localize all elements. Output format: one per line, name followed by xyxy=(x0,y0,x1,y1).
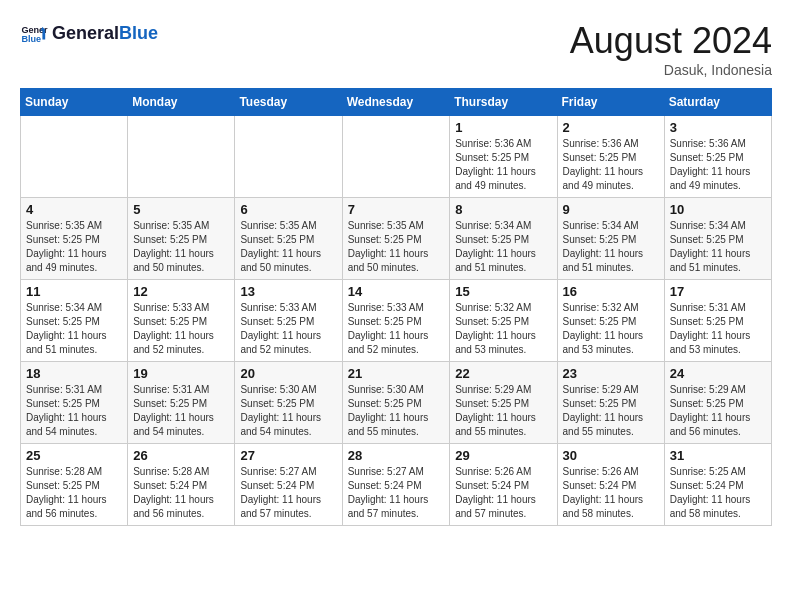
calendar-title: August 2024 xyxy=(570,20,772,62)
day-number: 6 xyxy=(240,202,336,217)
calendar-cell: 10Sunrise: 5:34 AM Sunset: 5:25 PM Dayli… xyxy=(664,198,771,280)
day-info: Sunrise: 5:29 AM Sunset: 5:25 PM Dayligh… xyxy=(455,383,551,439)
header-saturday: Saturday xyxy=(664,89,771,116)
calendar-cell xyxy=(128,116,235,198)
day-number: 31 xyxy=(670,448,766,463)
calendar-cell: 14Sunrise: 5:33 AM Sunset: 5:25 PM Dayli… xyxy=(342,280,450,362)
title-block: August 2024 Dasuk, Indonesia xyxy=(570,20,772,78)
day-info: Sunrise: 5:34 AM Sunset: 5:25 PM Dayligh… xyxy=(563,219,659,275)
day-number: 14 xyxy=(348,284,445,299)
day-info: Sunrise: 5:36 AM Sunset: 5:25 PM Dayligh… xyxy=(563,137,659,193)
header-sunday: Sunday xyxy=(21,89,128,116)
svg-text:Blue: Blue xyxy=(21,34,41,44)
day-number: 7 xyxy=(348,202,445,217)
calendar-cell: 17Sunrise: 5:31 AM Sunset: 5:25 PM Dayli… xyxy=(664,280,771,362)
day-number: 9 xyxy=(563,202,659,217)
calendar-cell: 28Sunrise: 5:27 AM Sunset: 5:24 PM Dayli… xyxy=(342,444,450,526)
day-number: 1 xyxy=(455,120,551,135)
calendar-week-row: 4Sunrise: 5:35 AM Sunset: 5:25 PM Daylig… xyxy=(21,198,772,280)
day-info: Sunrise: 5:34 AM Sunset: 5:25 PM Dayligh… xyxy=(670,219,766,275)
day-info: Sunrise: 5:29 AM Sunset: 5:25 PM Dayligh… xyxy=(670,383,766,439)
day-info: Sunrise: 5:32 AM Sunset: 5:25 PM Dayligh… xyxy=(455,301,551,357)
weekday-header-row: Sunday Monday Tuesday Wednesday Thursday… xyxy=(21,89,772,116)
day-info: Sunrise: 5:33 AM Sunset: 5:25 PM Dayligh… xyxy=(348,301,445,357)
calendar-cell: 8Sunrise: 5:34 AM Sunset: 5:25 PM Daylig… xyxy=(450,198,557,280)
logo-icon: General Blue xyxy=(20,20,48,48)
day-info: Sunrise: 5:34 AM Sunset: 5:25 PM Dayligh… xyxy=(455,219,551,275)
calendar-week-row: 25Sunrise: 5:28 AM Sunset: 5:25 PM Dayli… xyxy=(21,444,772,526)
day-info: Sunrise: 5:35 AM Sunset: 5:25 PM Dayligh… xyxy=(348,219,445,275)
calendar-cell: 22Sunrise: 5:29 AM Sunset: 5:25 PM Dayli… xyxy=(450,362,557,444)
logo: General Blue GeneralBlue xyxy=(20,20,158,48)
calendar-cell: 6Sunrise: 5:35 AM Sunset: 5:25 PM Daylig… xyxy=(235,198,342,280)
calendar-cell: 21Sunrise: 5:30 AM Sunset: 5:25 PM Dayli… xyxy=(342,362,450,444)
calendar-cell: 9Sunrise: 5:34 AM Sunset: 5:25 PM Daylig… xyxy=(557,198,664,280)
calendar-cell: 31Sunrise: 5:25 AM Sunset: 5:24 PM Dayli… xyxy=(664,444,771,526)
calendar-week-row: 11Sunrise: 5:34 AM Sunset: 5:25 PM Dayli… xyxy=(21,280,772,362)
day-info: Sunrise: 5:30 AM Sunset: 5:25 PM Dayligh… xyxy=(348,383,445,439)
day-number: 22 xyxy=(455,366,551,381)
day-number: 13 xyxy=(240,284,336,299)
day-info: Sunrise: 5:31 AM Sunset: 5:25 PM Dayligh… xyxy=(670,301,766,357)
day-info: Sunrise: 5:35 AM Sunset: 5:25 PM Dayligh… xyxy=(133,219,229,275)
calendar-cell: 4Sunrise: 5:35 AM Sunset: 5:25 PM Daylig… xyxy=(21,198,128,280)
page-header: General Blue GeneralBlue August 2024 Das… xyxy=(20,20,772,78)
day-info: Sunrise: 5:33 AM Sunset: 5:25 PM Dayligh… xyxy=(133,301,229,357)
calendar-week-row: 18Sunrise: 5:31 AM Sunset: 5:25 PM Dayli… xyxy=(21,362,772,444)
calendar-cell: 5Sunrise: 5:35 AM Sunset: 5:25 PM Daylig… xyxy=(128,198,235,280)
calendar-cell xyxy=(21,116,128,198)
day-number: 30 xyxy=(563,448,659,463)
day-info: Sunrise: 5:33 AM Sunset: 5:25 PM Dayligh… xyxy=(240,301,336,357)
calendar-cell: 3Sunrise: 5:36 AM Sunset: 5:25 PM Daylig… xyxy=(664,116,771,198)
day-number: 19 xyxy=(133,366,229,381)
calendar-cell: 26Sunrise: 5:28 AM Sunset: 5:24 PM Dayli… xyxy=(128,444,235,526)
calendar-week-row: 1Sunrise: 5:36 AM Sunset: 5:25 PM Daylig… xyxy=(21,116,772,198)
day-info: Sunrise: 5:34 AM Sunset: 5:25 PM Dayligh… xyxy=(26,301,122,357)
day-number: 27 xyxy=(240,448,336,463)
day-info: Sunrise: 5:25 AM Sunset: 5:24 PM Dayligh… xyxy=(670,465,766,521)
day-info: Sunrise: 5:26 AM Sunset: 5:24 PM Dayligh… xyxy=(563,465,659,521)
day-number: 24 xyxy=(670,366,766,381)
day-number: 18 xyxy=(26,366,122,381)
day-info: Sunrise: 5:32 AM Sunset: 5:25 PM Dayligh… xyxy=(563,301,659,357)
day-info: Sunrise: 5:29 AM Sunset: 5:25 PM Dayligh… xyxy=(563,383,659,439)
day-number: 16 xyxy=(563,284,659,299)
day-number: 2 xyxy=(563,120,659,135)
calendar-cell xyxy=(235,116,342,198)
day-info: Sunrise: 5:36 AM Sunset: 5:25 PM Dayligh… xyxy=(455,137,551,193)
day-info: Sunrise: 5:28 AM Sunset: 5:24 PM Dayligh… xyxy=(133,465,229,521)
calendar-cell: 20Sunrise: 5:30 AM Sunset: 5:25 PM Dayli… xyxy=(235,362,342,444)
header-thursday: Thursday xyxy=(450,89,557,116)
calendar-cell: 29Sunrise: 5:26 AM Sunset: 5:24 PM Dayli… xyxy=(450,444,557,526)
day-number: 23 xyxy=(563,366,659,381)
day-number: 12 xyxy=(133,284,229,299)
header-monday: Monday xyxy=(128,89,235,116)
day-number: 8 xyxy=(455,202,551,217)
day-number: 15 xyxy=(455,284,551,299)
day-info: Sunrise: 5:31 AM Sunset: 5:25 PM Dayligh… xyxy=(133,383,229,439)
day-number: 28 xyxy=(348,448,445,463)
day-number: 21 xyxy=(348,366,445,381)
day-info: Sunrise: 5:30 AM Sunset: 5:25 PM Dayligh… xyxy=(240,383,336,439)
header-tuesday: Tuesday xyxy=(235,89,342,116)
calendar-cell: 24Sunrise: 5:29 AM Sunset: 5:25 PM Dayli… xyxy=(664,362,771,444)
calendar-cell: 7Sunrise: 5:35 AM Sunset: 5:25 PM Daylig… xyxy=(342,198,450,280)
day-info: Sunrise: 5:27 AM Sunset: 5:24 PM Dayligh… xyxy=(348,465,445,521)
calendar-cell: 15Sunrise: 5:32 AM Sunset: 5:25 PM Dayli… xyxy=(450,280,557,362)
day-info: Sunrise: 5:35 AM Sunset: 5:25 PM Dayligh… xyxy=(240,219,336,275)
calendar-cell xyxy=(342,116,450,198)
day-info: Sunrise: 5:27 AM Sunset: 5:24 PM Dayligh… xyxy=(240,465,336,521)
day-number: 17 xyxy=(670,284,766,299)
day-number: 29 xyxy=(455,448,551,463)
calendar-subtitle: Dasuk, Indonesia xyxy=(570,62,772,78)
day-info: Sunrise: 5:36 AM Sunset: 5:25 PM Dayligh… xyxy=(670,137,766,193)
day-info: Sunrise: 5:28 AM Sunset: 5:25 PM Dayligh… xyxy=(26,465,122,521)
day-info: Sunrise: 5:35 AM Sunset: 5:25 PM Dayligh… xyxy=(26,219,122,275)
calendar-cell: 12Sunrise: 5:33 AM Sunset: 5:25 PM Dayli… xyxy=(128,280,235,362)
day-number: 11 xyxy=(26,284,122,299)
header-wednesday: Wednesday xyxy=(342,89,450,116)
day-number: 5 xyxy=(133,202,229,217)
calendar-cell: 19Sunrise: 5:31 AM Sunset: 5:25 PM Dayli… xyxy=(128,362,235,444)
day-number: 3 xyxy=(670,120,766,135)
day-number: 25 xyxy=(26,448,122,463)
